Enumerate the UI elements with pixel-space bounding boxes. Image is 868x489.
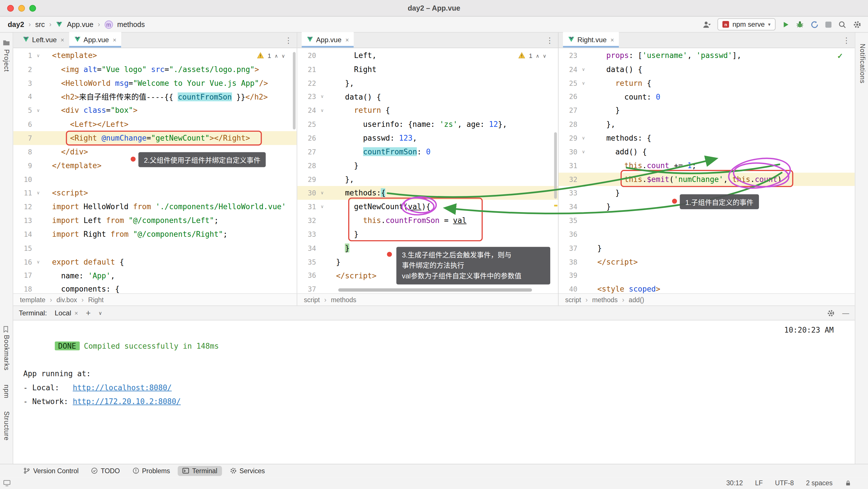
line-number[interactable]: 30: [559, 148, 581, 156]
line-number[interactable]: 14: [13, 230, 35, 238]
breadcrumb-item[interactable]: methods: [331, 296, 356, 304]
code-editor[interactable]: 23 props: ['username', 'passwd'],24∨ dat…: [559, 48, 855, 293]
prev-issue-icon[interactable]: ∧: [536, 53, 539, 59]
line-number[interactable]: 34: [559, 203, 581, 211]
line-number[interactable]: 25: [559, 79, 581, 87]
code-line[interactable]: 5∨ <div class="box">: [13, 104, 297, 118]
line-number[interactable]: 37: [559, 244, 581, 252]
line-number[interactable]: 11: [13, 189, 35, 197]
line-number[interactable]: 23: [559, 52, 581, 60]
tab-close-icon[interactable]: ×: [611, 36, 614, 43]
fold-icon[interactable]: ∨: [581, 135, 586, 140]
button-terminal[interactable]: Terminal: [178, 466, 222, 476]
minimize-panel-icon[interactable]: —: [842, 309, 849, 317]
line-number[interactable]: 1: [13, 52, 35, 60]
code-editor[interactable]: 1∨<template>2 <img alt="Vue logo" src=".…: [13, 48, 297, 293]
line-number[interactable]: 34: [298, 244, 319, 252]
code-line[interactable]: 25 userinfo: {name: 'zs', age: 12},: [298, 118, 558, 131]
code-line[interactable]: 27 }: [559, 104, 855, 118]
tab-close-icon[interactable]: ×: [61, 36, 64, 43]
vertical-scrollbar[interactable]: [554, 132, 557, 199]
breadcrumb-item[interactable]: methods: [592, 296, 618, 304]
line-number[interactable]: 20: [298, 52, 319, 60]
code-line[interactable]: 6 <Left></Left>: [13, 118, 297, 131]
code-line[interactable]: 27 countFromSon: 0: [298, 145, 558, 159]
breadcrumb-project[interactable]: day2: [8, 20, 24, 28]
toolwindow-npm[interactable]: npm: [3, 385, 11, 398]
close-window-button[interactable]: [7, 5, 14, 11]
breadcrumb-item[interactable]: script: [304, 296, 320, 304]
code-line[interactable]: 22 },: [298, 76, 558, 90]
code-line[interactable]: 13import Left from "@/components/Left";: [13, 214, 297, 228]
minimize-window-button[interactable]: [19, 5, 25, 11]
local-url-link[interactable]: http://localhost:8080/: [73, 383, 172, 392]
line-number[interactable]: 4: [13, 93, 35, 101]
toolwindow-quick-access-icon[interactable]: [3, 479, 11, 489]
code-line[interactable]: 2 <img alt="Vue logo" src="./assets/logo…: [13, 63, 297, 76]
line-number[interactable]: 26: [298, 134, 319, 142]
indent-setting[interactable]: 2 spaces: [806, 479, 833, 487]
code-editor[interactable]: 20 Left,21 Right22 },23∨ data() {24∨ ret…: [298, 48, 558, 293]
debug-button[interactable]: [796, 20, 804, 28]
toolwindow-project[interactable]: Project: [3, 50, 11, 72]
terminal-output[interactable]: DONECompiled successfully in 148ms 10:20…: [13, 321, 855, 464]
code-line[interactable]: 26 passwd: 123,: [298, 131, 558, 145]
line-number[interactable]: 27: [559, 106, 581, 115]
line-number[interactable]: 2: [13, 65, 35, 73]
code-line[interactable]: 25∨ return {: [559, 76, 855, 90]
tab-close-icon[interactable]: ×: [345, 36, 349, 43]
tab-options-icon[interactable]: ⋮: [546, 36, 554, 45]
user-switcher-icon[interactable]: [703, 20, 711, 28]
zoom-window-button[interactable]: [29, 5, 36, 11]
terminal-dropdown-icon[interactable]: ∨: [98, 310, 102, 316]
code-line[interactable]: 37}: [559, 241, 855, 255]
line-number[interactable]: 5: [13, 106, 35, 115]
line-number[interactable]: 15: [13, 244, 35, 252]
code-line[interactable]: 24∨ data() {: [559, 63, 855, 76]
code-line[interactable]: 36: [559, 228, 855, 241]
terminal-settings-icon[interactable]: [827, 309, 834, 317]
line-number[interactable]: 40: [559, 285, 581, 293]
prev-issue-icon[interactable]: ∧: [274, 53, 278, 59]
line-number[interactable]: 31: [298, 203, 319, 211]
code-line[interactable]: 30∨ methods:{: [298, 186, 558, 200]
code-line[interactable]: 12import HelloWorld from './components/H…: [13, 200, 297, 214]
line-number[interactable]: 8: [13, 148, 35, 156]
line-number[interactable]: 31: [559, 162, 581, 170]
fold-icon[interactable]: ∨: [35, 108, 41, 113]
code-line[interactable]: 3 <HelloWorld msg="Welcome to Your Vue.j…: [13, 76, 297, 90]
network-url-link[interactable]: http://172.20.10.2:8080/: [73, 397, 181, 406]
button-services[interactable]: Services: [225, 466, 269, 476]
vertical-scrollbar[interactable]: [293, 52, 296, 129]
toolwindow-structure[interactable]: Structure: [3, 411, 11, 441]
line-number[interactable]: 28: [559, 120, 581, 129]
line-number[interactable]: 6: [13, 120, 35, 129]
code-line[interactable]: 17 name: 'App',: [13, 269, 297, 282]
stop-button[interactable]: [825, 21, 831, 27]
search-everywhere-icon[interactable]: [838, 20, 846, 28]
inspection-widget[interactable]: 1∧∨: [516, 52, 549, 60]
code-line[interactable]: 32 this.countFromSon = val: [298, 214, 558, 228]
code-line[interactable]: 23 props: ['username', 'passwd'],: [559, 49, 855, 63]
editor-tab[interactable]: App.vue×: [69, 32, 121, 47]
code-line[interactable]: 21 Right: [298, 63, 558, 76]
line-number[interactable]: 25: [298, 120, 319, 129]
code-line[interactable]: 10: [13, 172, 297, 186]
button-version-control[interactable]: Version Control: [19, 466, 83, 476]
breadcrumb-item[interactable]: add(): [629, 296, 644, 304]
line-number[interactable]: 36: [298, 271, 319, 280]
code-line[interactable]: 35: [559, 214, 855, 228]
editor-tab[interactable]: Left.vue×: [18, 32, 69, 47]
button-todo[interactable]: TODO: [86, 466, 124, 476]
line-number[interactable]: 35: [298, 258, 319, 266]
close-icon[interactable]: ×: [74, 309, 78, 316]
line-number[interactable]: 24: [559, 65, 581, 73]
code-line[interactable]: 30∨ add() {: [559, 145, 855, 159]
fold-icon[interactable]: ∨: [319, 204, 325, 209]
breadcrumb-item[interactable]: div.box: [57, 296, 77, 304]
line-number[interactable]: 23: [298, 93, 319, 101]
button-problems[interactable]: Problems: [128, 466, 175, 476]
fold-icon[interactable]: ∨: [35, 53, 41, 58]
fold-icon[interactable]: ∨: [581, 149, 586, 154]
tab-options-icon[interactable]: ⋮: [284, 36, 292, 45]
